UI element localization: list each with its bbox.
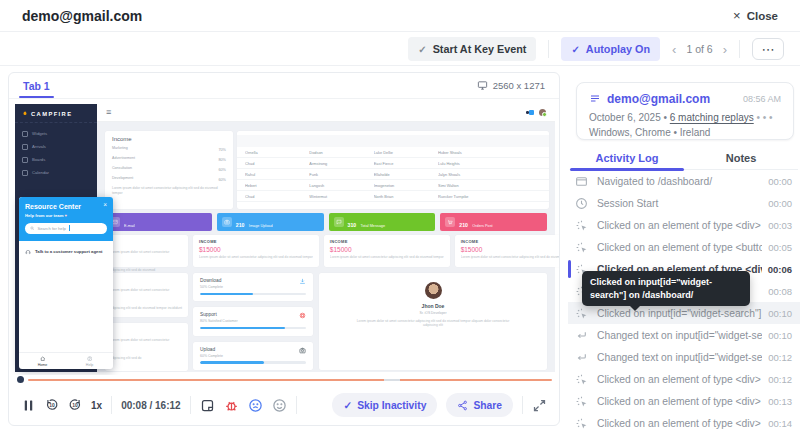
table-row[interactable]: Chad Wintermut North Brian Ruecker Turnp… (237, 191, 549, 202)
search-placeholder: Search for help (38, 226, 66, 231)
share-button[interactable]: Share (446, 393, 513, 417)
session-user-card: demo@gmail.com 08:56 AM October 6, 2025 … (576, 82, 794, 140)
avatar[interactable] (539, 109, 547, 117)
autoplay-toggle[interactable]: ✓ Autoplay On (561, 37, 660, 61)
tab-activity-log[interactable]: Activity Log (570, 146, 684, 169)
notification-bell-icon[interactable] (529, 110, 534, 115)
activity-log-row[interactable]: Session Start 00:00 (568, 192, 800, 214)
divider (739, 40, 740, 58)
event-icon (575, 417, 588, 430)
event-icon (575, 307, 588, 320)
help-search-input[interactable]: Search for help (25, 223, 107, 234)
income-text: Lorem ipsum dolor sit amet consectetur a… (199, 255, 313, 259)
sidebar-tabs: Activity Log Notes (570, 146, 798, 170)
progress-card: Download 50% Complete (193, 273, 313, 301)
event-timestamp: 00:10 (768, 308, 792, 319)
playback-speed-button[interactable]: 1x (91, 400, 102, 411)
stat-number: 210 (236, 222, 245, 228)
skip-inactivity-toggle[interactable]: ✓ Skip Inactivity (332, 393, 437, 417)
dashboard-menu-item[interactable]: Arrivals (22, 144, 90, 150)
pause-button[interactable] (21, 398, 36, 413)
clock-icon (575, 197, 588, 210)
income-value-cards: INCOME $15000 Lorem ipsum dolor sit amet… (193, 235, 547, 267)
session-user-email[interactable]: demo@gmail.com (607, 92, 737, 106)
dashboard-menu-item[interactable]: Calendar (22, 170, 90, 176)
enter-key-icon (575, 329, 588, 342)
svg-text:10: 10 (49, 403, 55, 408)
rewind-10-button[interactable]: 10 (45, 398, 59, 412)
bug-report-button[interactable] (224, 398, 239, 413)
event-timestamp: 00:13 (768, 396, 792, 407)
more-options-button[interactable]: ⋯ (752, 38, 784, 60)
event-timestamp: 00:05 (768, 242, 792, 253)
playback-time: 00:08 / 16:12 (121, 400, 181, 411)
close-button[interactable]: × Close (733, 8, 778, 23)
table-row[interactable]: Rahul Funk Ellaholde Jalyn Shoals (237, 169, 549, 180)
divider (548, 40, 549, 58)
note-button[interactable] (200, 398, 215, 413)
stat-card[interactable]: 310 Total Message (329, 213, 436, 231)
table-body: Ornella Dodson Lake Dellie Huber Shoals … (237, 147, 549, 202)
tab-1[interactable]: Tab 1 (23, 73, 50, 98)
event-text: Changed text on input[id="widget-searc..… (597, 352, 762, 363)
session-replay-modal: demo@gmail.com × Close ✓ Start At Key Ev… (0, 0, 800, 434)
fullscreen-button[interactable] (532, 398, 547, 413)
event-timestamp: 00:00 (768, 198, 792, 209)
activity-log-row[interactable]: Clicked on an element of type <div> con.… (568, 390, 800, 412)
resource-nav-item[interactable]: Help (66, 353, 113, 369)
close-icon[interactable]: × (103, 201, 107, 208)
tab-notes[interactable]: Notes (684, 146, 798, 169)
session-sidebar: demo@gmail.com 08:56 AM October 6, 2025 … (568, 72, 800, 434)
activity-log-row[interactable]: Navigated to /dashboard/ 00:00 (568, 170, 800, 192)
stat-card[interactable]: 210 Image Upload (217, 213, 324, 231)
replay-pager: ‹ 1 of 6 › (672, 42, 727, 57)
chevron-left-icon[interactable]: ‹ (672, 42, 676, 57)
divider (296, 396, 297, 414)
stat-card[interactable]: 210 Orders Post (440, 213, 547, 231)
event-timestamp: 00:06 (768, 264, 792, 275)
support-agent-link[interactable]: Talk to a customer support agent (25, 249, 107, 255)
event-text: Clicked on an element of type <div> con.… (597, 396, 762, 407)
text-cursor (69, 225, 70, 231)
activity-log-row[interactable]: Changed text on input[id="widget-searc..… (568, 346, 800, 368)
happy-button[interactable] (272, 398, 287, 413)
bar-percent: 60% (218, 178, 226, 182)
event-icon (575, 219, 588, 232)
close-label: Close (747, 10, 778, 22)
activity-log-row[interactable]: Clicked on an element of type <div> con.… (568, 412, 800, 434)
replay-tabbar: Tab 1 2560 x 1271 (9, 73, 559, 99)
activity-log-row[interactable]: Clicked on an element of type <div> con.… (568, 214, 800, 236)
click-icon (575, 373, 588, 386)
resource-nav-item[interactable]: Home (19, 353, 66, 369)
activity-log-row[interactable]: Clicked on an element of type <button> .… (568, 236, 800, 258)
dashboard-menu-item[interactable]: Boards (22, 157, 90, 163)
frustration-button[interactable] (248, 398, 263, 413)
stat-label: E-mail (124, 224, 135, 228)
income-value-card: INCOME $15000 Lorem ipsum dolor sit amet… (193, 235, 319, 267)
dashboard-menu: WidgetsArrivalsBoardsCalendar (15, 123, 97, 184)
income-label: INCOME (330, 239, 444, 244)
start-at-key-event-button[interactable]: ✓ Start At Key Event (408, 37, 536, 61)
chevron-right-icon[interactable]: › (723, 42, 727, 57)
activity-log-row[interactable]: Clicked on an element of type <div> con.… (568, 368, 800, 390)
table-row[interactable]: Ornella Dodson Lake Dellie Huber Shoals (237, 147, 549, 158)
hamburger-icon[interactable]: ≡ (106, 108, 111, 117)
click-icon (575, 417, 588, 430)
stat-card[interactable]: E-mail (105, 213, 212, 231)
stat-number: 210 (459, 222, 468, 228)
browser-window-icon (575, 175, 588, 188)
playhead-handle[interactable] (17, 376, 24, 383)
timeline-track[interactable] (28, 379, 552, 381)
stat-number: 310 (348, 222, 357, 228)
activity-log-row[interactable]: Changed text on input[id="widget-searc..… (568, 324, 800, 346)
table-row[interactable]: Chad Armstrong East Fierce Lulu Heights (237, 158, 549, 169)
forward-10-button[interactable]: 10 (68, 398, 82, 412)
matching-replays-link[interactable]: 6 matching replays (670, 112, 754, 123)
autoplay-label: Autoplay On (586, 43, 650, 55)
brand-label: CAMPFIRE (31, 111, 72, 117)
bar-label: Development (112, 176, 214, 180)
income-bars: Marketing 70% Advertisement (112, 146, 226, 182)
dashboard-menu-item[interactable]: Widgets (22, 131, 90, 137)
table-row[interactable]: Hebert Langosh Imogeneton Simi Walton (237, 180, 549, 191)
income-bar-row: Marketing 70% (112, 146, 226, 152)
